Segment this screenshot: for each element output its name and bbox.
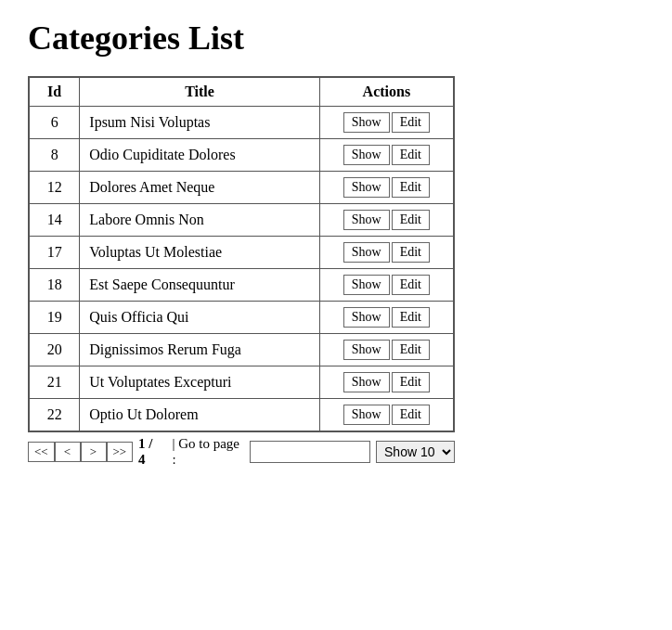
cell-actions: ShowEdit [319,204,454,237]
prev-page-button[interactable]: < [55,442,81,462]
show-button[interactable]: Show [343,210,390,230]
cell-actions: ShowEdit [319,334,454,366]
show-button[interactable]: Show [343,145,390,165]
cell-id: 14 [29,204,80,237]
cell-title: Ipsum Nisi Voluptas [80,107,319,139]
table-row: 8Odio Cupiditate DoloresShowEdit [29,139,454,172]
last-page-button[interactable]: >> [107,442,134,462]
edit-button[interactable]: Edit [392,340,430,360]
edit-button[interactable]: Edit [392,275,430,295]
cell-actions: ShowEdit [319,399,454,432]
table-row: 14Labore Omnis NonShowEdit [29,204,454,237]
page-info: 1 / 4 [138,436,162,468]
table-row: 12Dolores Amet NequeShowEdit [29,172,454,204]
cell-title: Dolores Amet Neque [80,172,319,204]
table-row: 18Est Saepe ConsequunturShowEdit [29,269,454,302]
page-separator: / [149,436,152,451]
current-page: 1 [138,436,146,451]
cell-id: 6 [29,107,80,139]
edit-button[interactable]: Edit [392,210,430,230]
goto-input[interactable] [250,441,370,463]
cell-actions: ShowEdit [319,237,454,269]
cell-id: 19 [29,302,80,334]
show-button[interactable]: Show [343,275,390,295]
page-title: Categories List [28,19,644,58]
first-page-button[interactable]: << [28,442,55,462]
cell-id: 22 [29,399,80,432]
cell-actions: ShowEdit [319,366,454,399]
cell-id: 20 [29,334,80,366]
show-button[interactable]: Show [343,177,390,198]
next-page-button[interactable]: > [81,442,107,462]
cell-actions: ShowEdit [319,302,454,334]
cell-title: Dignissimos Rerum Fuga [80,334,319,366]
show-button[interactable]: Show [343,307,390,328]
table-row: 19Quis Officia QuiShowEdit [29,302,454,334]
show-button[interactable]: Show [343,340,390,360]
total-pages: 4 [138,452,146,467]
cell-id: 17 [29,237,80,269]
table-row: 20Dignissimos Rerum FugaShowEdit [29,334,454,366]
col-header-id: Id [29,77,80,107]
cell-actions: ShowEdit [319,172,454,204]
cell-id: 12 [29,172,80,204]
edit-button[interactable]: Edit [392,145,430,165]
table-row: 22Optio Ut DoloremShowEdit [29,399,454,432]
cell-actions: ShowEdit [319,269,454,302]
cell-title: Voluptas Ut Molestiae [80,237,319,269]
edit-button[interactable]: Edit [392,405,430,425]
show-button[interactable]: Show [343,112,390,133]
col-header-title: Title [80,77,319,107]
categories-table: Id Title Actions 6Ipsum Nisi VoluptasSho… [28,76,455,432]
show-button[interactable]: Show [343,405,390,425]
edit-button[interactable]: Edit [392,242,430,263]
show-button[interactable]: Show [343,242,390,263]
table-row: 21Ut Voluptates ExcepturiShowEdit [29,366,454,399]
cell-actions: ShowEdit [319,107,454,139]
cell-title: Odio Cupiditate Dolores [80,139,319,172]
cell-title: Labore Omnis Non [80,204,319,237]
edit-button[interactable]: Edit [392,307,430,328]
cell-title: Quis Officia Qui [80,302,319,334]
cell-title: Ut Voluptates Excepturi [80,366,319,399]
table-row: 17Voluptas Ut MolestiaeShowEdit [29,237,454,269]
edit-button[interactable]: Edit [392,112,430,133]
table-row: 6Ipsum Nisi VoluptasShowEdit [29,107,454,139]
pagination-bar: << < > >> 1 / 4 | Go to page : Show 10Sh… [28,436,455,468]
cell-id: 21 [29,366,80,399]
col-header-actions: Actions [319,77,454,107]
cell-id: 18 [29,269,80,302]
show-button[interactable]: Show [343,372,390,392]
edit-button[interactable]: Edit [392,372,430,392]
cell-title: Est Saepe Consequuntur [80,269,319,302]
cell-actions: ShowEdit [319,139,454,172]
goto-label: | Go to page : [172,436,246,468]
cell-id: 8 [29,139,80,172]
show-per-page-select[interactable]: Show 10Show 25Show 50 [376,441,455,463]
cell-title: Optio Ut Dolorem [80,399,319,432]
edit-button[interactable]: Edit [392,177,430,198]
